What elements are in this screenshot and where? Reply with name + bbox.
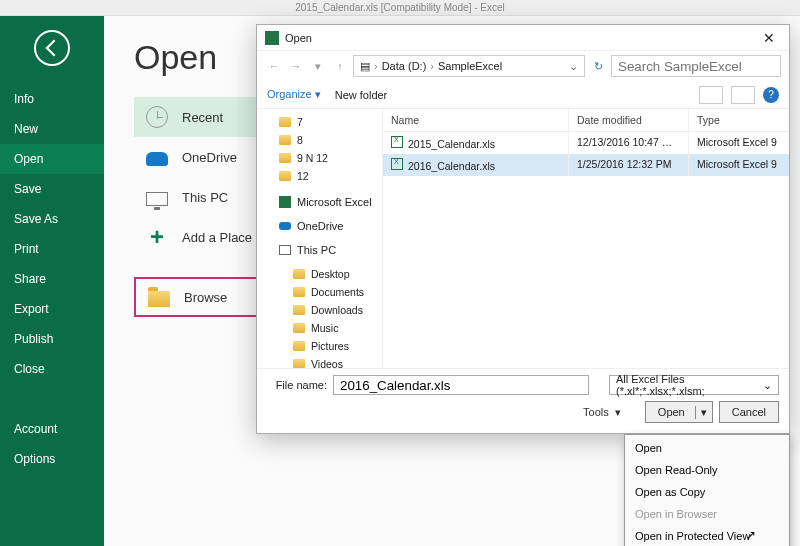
view-options-button[interactable]	[699, 86, 723, 104]
tree-documents[interactable]: Documents	[257, 283, 382, 301]
backstage-share[interactable]: Share	[0, 264, 104, 294]
file-row[interactable]: 2015_Calendar.xls12/13/2016 10:47 …Micro…	[383, 132, 789, 154]
tree-folder[interactable]: 7	[257, 113, 382, 131]
open-dropdown-menu[interactable]: OpenOpen Read-OnlyOpen as CopyOpen in Br…	[624, 434, 790, 546]
breadcrumb[interactable]: ▤ › Data (D:) › SampleExcel ⌄	[353, 55, 585, 77]
open-item-label: Recent	[182, 110, 223, 125]
backstage-sidebar: InfoNewOpenSaveSave AsPrintShareExportPu…	[0, 16, 104, 546]
cloud-icon	[279, 222, 291, 230]
tree-this-pc[interactable]: This PC	[257, 241, 382, 259]
col-type[interactable]: Type	[689, 109, 789, 131]
cancel-button[interactable]: Cancel	[719, 401, 779, 423]
backstage-publish[interactable]: Publish	[0, 324, 104, 354]
folder-icon	[279, 117, 291, 127]
tree-folder[interactable]: 9 N 12	[257, 149, 382, 167]
backstage-print[interactable]: Print	[0, 234, 104, 264]
open-item-label: Browse	[184, 290, 227, 305]
backstage-options[interactable]: Options	[0, 444, 104, 474]
refresh-icon[interactable]: ↻	[589, 57, 607, 75]
backstage-save-as[interactable]: Save As	[0, 204, 104, 234]
menu-open[interactable]: Open	[625, 437, 789, 459]
app-titlebar: 2015_Calendar.xls [Compatibility Mode] -…	[0, 0, 800, 16]
recent-icon	[146, 106, 168, 128]
file-list: Name Date modified Type 2015_Calendar.xl…	[383, 109, 789, 368]
nav-back-icon[interactable]: ←	[265, 57, 283, 75]
folder-icon	[279, 171, 291, 181]
crumb-folder[interactable]: SampleExcel	[438, 60, 502, 72]
close-icon[interactable]: ✕	[757, 30, 781, 46]
menu-open-in-protected-view[interactable]: Open in Protected View	[625, 525, 789, 546]
organize-menu[interactable]: Organize ▾	[267, 88, 321, 101]
filename-input[interactable]	[333, 375, 589, 395]
xls-file-icon	[391, 136, 403, 148]
tree-downloads[interactable]: Downloads	[257, 301, 382, 319]
search-input[interactable]	[611, 55, 781, 77]
open-button[interactable]: Open▾	[645, 401, 713, 423]
nav-fwd-icon[interactable]: →	[287, 57, 305, 75]
col-date[interactable]: Date modified	[569, 109, 689, 131]
folder-icon	[293, 341, 305, 351]
dialog-title: Open	[285, 32, 312, 44]
backstage-save[interactable]: Save	[0, 174, 104, 204]
excel-icon	[279, 196, 291, 208]
folder-icon	[293, 323, 305, 333]
chevron-down-icon[interactable]: ⌄	[763, 379, 772, 392]
folder-tree[interactable]: 789 N 1212Microsoft ExcelOneDriveThis PC…	[257, 109, 383, 368]
preview-pane-button[interactable]	[731, 86, 755, 104]
open-item-label: Add a Place	[182, 230, 252, 245]
folder-icon	[148, 291, 170, 307]
backstage-info[interactable]: Info	[0, 84, 104, 114]
tree-microsoft-excel[interactable]: Microsoft Excel	[257, 193, 382, 211]
tree-onedrive[interactable]: OneDrive	[257, 217, 382, 235]
filename-label: File name:	[267, 379, 327, 391]
nav-up-icon[interactable]: ↑	[331, 57, 349, 75]
open-split-icon[interactable]: ▾	[695, 406, 712, 419]
excel-icon	[265, 31, 279, 45]
tree-desktop[interactable]: Desktop	[257, 265, 382, 283]
new-folder-button[interactable]: New folder	[335, 89, 388, 101]
open-file-dialog: Open ✕ ← → ▾ ↑ ▤ › Data (D:) › SampleExc…	[256, 24, 790, 434]
back-button[interactable]	[34, 30, 70, 66]
help-icon[interactable]: ?	[763, 87, 779, 103]
folder-icon	[279, 135, 291, 145]
tools-menu[interactable]: Tools ▾	[583, 406, 621, 419]
pc-icon	[279, 245, 291, 255]
folder-icon	[279, 153, 291, 163]
file-list-header[interactable]: Name Date modified Type	[383, 109, 789, 132]
open-item-label: This PC	[182, 190, 228, 205]
col-name[interactable]: Name	[383, 109, 569, 131]
backstage-new[interactable]: New	[0, 114, 104, 144]
tree-music[interactable]: Music	[257, 319, 382, 337]
xls-file-icon	[391, 158, 403, 170]
tree-folder[interactable]: 12	[257, 167, 382, 185]
open-item-label: OneDrive	[182, 150, 237, 165]
folder-icon	[293, 359, 305, 368]
cloud-icon	[146, 152, 168, 166]
file-row[interactable]: 2016_Calendar.xls1/25/2016 12:32 PMMicro…	[383, 154, 789, 176]
tree-folder[interactable]: 8	[257, 131, 382, 149]
crumb-drive[interactable]: Data (D:)	[382, 60, 427, 72]
chevron-down-icon[interactable]: ⌄	[569, 60, 578, 73]
backstage-export[interactable]: Export	[0, 294, 104, 324]
tree-videos[interactable]: Videos	[257, 355, 382, 368]
folder-icon	[293, 305, 305, 315]
nav-recent-icon[interactable]: ▾	[309, 57, 327, 75]
file-type-filter[interactable]: All Excel Files (*.xl*;*.xlsx;*.xlsm; ⌄	[609, 375, 779, 395]
folder-icon	[293, 287, 305, 297]
filter-label: All Excel Files (*.xl*;*.xlsx;*.xlsm;	[616, 373, 763, 397]
backstage-close[interactable]: Close	[0, 354, 104, 384]
backstage-account[interactable]: Account	[0, 414, 104, 444]
tree-pictures[interactable]: Pictures	[257, 337, 382, 355]
menu-open-in-browser: Open in Browser	[625, 503, 789, 525]
drive-icon: ▤	[360, 60, 370, 73]
menu-open-as-copy[interactable]: Open as Copy	[625, 481, 789, 503]
plus-icon: +	[146, 226, 168, 248]
pc-icon	[146, 192, 168, 206]
menu-open-read-only[interactable]: Open Read-Only	[625, 459, 789, 481]
backstage-open[interactable]: Open	[0, 144, 104, 174]
folder-icon	[293, 269, 305, 279]
